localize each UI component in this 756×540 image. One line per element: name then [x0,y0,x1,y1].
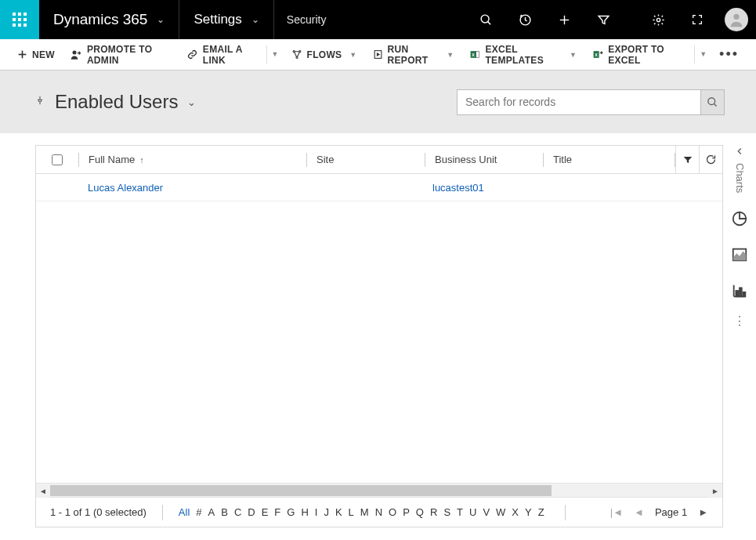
email-link-dropdown[interactable]: ▼ [266,45,284,63]
chevron-down-icon[interactable]: ⌄ [187,96,196,108]
alpha-letter[interactable]: U [469,506,476,518]
flows-label: FLOWS [307,49,342,60]
view-title[interactable]: Enabled Users [55,91,178,113]
alpha-letter[interactable]: K [335,506,342,518]
add-icon[interactable] [544,0,584,39]
svg-point-28 [708,97,715,104]
charts-tab[interactable]: Charts [734,158,746,198]
gear-icon[interactable] [638,0,678,39]
next-page-icon[interactable]: ► [698,506,708,518]
svg-point-21 [295,56,297,58]
select-all-checkbox[interactable] [52,154,63,165]
promote-label: PROMOTE TO ADMIN [87,44,171,66]
svg-point-18 [72,51,76,55]
alpha-letter[interactable]: R [430,506,437,518]
horizontal-scrollbar[interactable]: ◄ ► [36,483,722,497]
column-header-fullname[interactable]: Full Name ↑ [79,154,306,165]
alpha-letter[interactable]: M [360,506,369,518]
new-button[interactable]: NEW [9,39,63,70]
column-label: Full Name [89,154,135,165]
scroll-right-icon[interactable]: ► [708,484,722,498]
svg-rect-3 [13,18,16,21]
export-to-excel-button[interactable]: X EXPORT TO EXCEL [584,39,693,70]
table-row[interactable]: Lucas Alexander lucastest01 [36,174,722,201]
column-label: Title [553,154,572,165]
run-report-button[interactable]: RUN REPORT ▼ [365,39,462,70]
filter-column-icon[interactable] [675,146,699,173]
brand-menu[interactable]: Dynamics 365 ⌄ [39,0,179,39]
export-excel-label: EXPORT TO EXCEL [608,44,685,66]
area-label: Security [287,13,327,26]
collapse-charts-icon[interactable] [723,133,756,155]
search-button[interactable] [701,89,725,115]
bar-chart-icon[interactable] [723,273,756,309]
alpha-letter[interactable]: Y [525,506,532,518]
cell-business-unit[interactable]: lucastest01 [423,182,541,194]
alpha-filter: All # A B C D E F G H I J K L M N O P Q … [179,506,544,518]
app-launcher-icon[interactable] [0,0,39,39]
area-chart-icon[interactable] [723,237,756,273]
scroll-left-icon[interactable]: ◄ [36,484,50,498]
refresh-icon[interactable] [699,146,722,173]
more-charts-icon[interactable]: ⋮ [723,309,756,332]
column-header-business-unit[interactable]: Business Unit [425,154,543,165]
email-link-button[interactable]: EMAIL A LINK [179,39,265,70]
alpha-letter[interactable]: Z [538,506,544,518]
sort-ascending-icon: ↑ [139,155,144,165]
alpha-letter[interactable]: L [349,506,354,518]
settings-label: Settings [194,12,241,27]
alpha-letter[interactable]: T [457,506,463,518]
record-count-text: 1 - 1 of 1 (0 selected) [50,506,146,518]
first-page-icon[interactable]: |◄ [610,506,623,518]
alpha-letter[interactable]: Q [416,506,424,518]
filter-icon[interactable] [584,0,623,39]
run-report-label: RUN REPORT [388,44,439,66]
alpha-letter[interactable]: C [234,506,241,518]
alpha-all[interactable]: All [179,506,190,518]
scroll-thumb[interactable] [50,485,552,496]
alpha-letter[interactable]: I [315,506,318,518]
alpha-letter[interactable]: X [512,506,519,518]
cell-fullname[interactable]: Lucas Alexander [78,182,306,194]
alpha-letter[interactable]: J [324,506,329,518]
svg-rect-7 [18,24,21,27]
alpha-letter[interactable]: O [389,506,396,518]
alpha-letter[interactable]: S [443,506,450,518]
alpha-letter[interactable]: G [287,506,295,518]
avatar[interactable] [717,0,756,39]
flows-button[interactable]: FLOWS ▼ [284,39,365,70]
alpha-letter[interactable]: V [483,506,490,518]
column-header-title[interactable]: Title [544,154,619,165]
svg-text:X: X [595,53,598,57]
alpha-letter[interactable]: A [208,506,215,518]
search-input[interactable] [457,89,701,115]
alpha-letter[interactable]: W [496,506,505,518]
alpha-letter[interactable]: N [375,506,382,518]
chevron-down-icon: ⌄ [157,14,165,25]
alpha-letter[interactable]: H [301,506,308,518]
alpha-letter[interactable]: B [221,506,228,518]
more-commands-button[interactable]: ••• [711,46,747,63]
svg-rect-25 [476,52,479,58]
breadcrumb-area[interactable]: Security [274,0,339,39]
excel-templates-button[interactable]: X EXCEL TEMPLATES ▼ [461,39,584,70]
export-excel-dropdown[interactable]: ▼ [694,45,711,63]
alpha-letter[interactable]: F [274,506,280,518]
alpha-letter[interactable]: D [248,506,255,518]
column-header-site[interactable]: Site [307,154,425,165]
svg-rect-5 [24,18,27,21]
prev-page-icon[interactable]: ◄ [634,506,644,518]
recent-icon[interactable] [505,0,544,39]
page-label: Page 1 [655,506,687,518]
pin-icon[interactable] [34,95,45,109]
alpha-letter[interactable]: P [403,506,410,518]
alpha-letter[interactable]: E [262,506,269,518]
alpha-letter[interactable]: # [196,506,201,518]
svg-rect-0 [13,13,16,16]
search-icon[interactable] [466,0,505,39]
fullscreen-icon[interactable] [678,0,717,39]
promote-to-admin-button[interactable]: PROMOTE TO ADMIN [63,39,179,70]
pie-chart-icon[interactable] [723,201,756,237]
svg-rect-31 [736,291,738,296]
settings-menu[interactable]: Settings ⌄ [179,0,273,39]
